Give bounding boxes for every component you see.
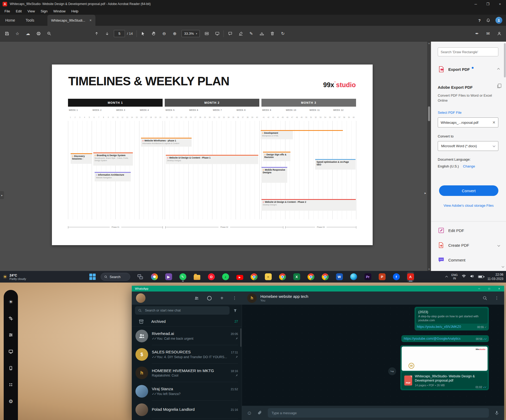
taskbar-app-sticky-notes[interactable]: ≡ (265, 272, 272, 282)
menu-view[interactable]: View (25, 8, 38, 15)
maximize-button[interactable]: ❐ (482, 0, 494, 8)
status-icon[interactable] (206, 295, 212, 301)
close-button[interactable]: × (494, 0, 506, 8)
convert-button[interactable]: Convert (439, 185, 498, 196)
chat-list-item[interactable]: hHOMEBEE HIVEMAKER tm MKTG18:16Rajalaksh… (132, 364, 242, 382)
menu-edit[interactable]: Edit (13, 8, 25, 15)
taskbar-app-excel[interactable]: X (293, 272, 300, 282)
help-icon[interactable]: ? (478, 18, 481, 23)
taskbar-app-opera[interactable]: O (208, 272, 215, 282)
fill-sign-icon[interactable]: ✒ (474, 31, 480, 37)
panel-scrollbar[interactable] (504, 42, 506, 271)
document-scrollbar[interactable]: ▲ ▼ (427, 42, 431, 271)
zoom-dropdown-icon[interactable]: ▾ (196, 32, 197, 35)
taskbar-app-whatsapp[interactable] (179, 272, 186, 282)
new-chat-icon[interactable]: + (219, 295, 225, 301)
zoom-out-icon[interactable]: ⊖ (162, 31, 167, 37)
conversation-header[interactable]: h Homebee website app tech You ⋮ (242, 291, 504, 305)
phone-icon[interactable] (8, 365, 14, 371)
fit-width-icon[interactable] (204, 31, 209, 37)
profile-avatar[interactable] (136, 293, 145, 303)
message-pdf-attachment[interactable]: 99xstudio W PDF Whitecaps_99xStudio- Web… (400, 345, 489, 390)
select-pdf-file-label[interactable]: Select PDF File (438, 111, 461, 115)
message-link[interactable]: https://youtu.be/u_x5IVJMKZ0 (417, 325, 461, 329)
wifi-icon[interactable] (462, 274, 466, 279)
left-panel-toggle[interactable]: ▸ (0, 191, 4, 199)
start-button[interactable] (89, 273, 96, 280)
select-icon[interactable] (140, 31, 146, 37)
taskbar-app-acrobat[interactable]: A (407, 272, 414, 282)
wa-minimize-button[interactable]: ─ (474, 286, 484, 291)
hand-icon[interactable] (151, 31, 156, 37)
panel-scrollbar-thumb[interactable] (504, 43, 506, 77)
star-icon[interactable]: ☆ (15, 31, 20, 37)
taskbar-app-word[interactable]: W (336, 272, 343, 282)
taskbar-app-movies-tv[interactable]: ▶ (165, 272, 172, 282)
battery-icon[interactable] (478, 275, 484, 278)
conversation-search-icon[interactable] (483, 296, 487, 300)
create-pdf-chevron-icon[interactable] (498, 244, 500, 246)
archived-chats-row[interactable]: Archived 27 (132, 316, 242, 327)
scroll-up-icon[interactable]: ▲ (427, 42, 431, 45)
adjustments-icon[interactable] (8, 332, 14, 338)
monitor-icon[interactable] (8, 349, 14, 354)
taskbar-app-chrome-2[interactable] (279, 272, 286, 282)
taskbar-app-chrome-4[interactable] (322, 272, 329, 282)
menu-file[interactable]: File (2, 8, 13, 15)
cloud-upload-icon[interactable]: ☁ (25, 31, 31, 37)
mail-icon[interactable]: ✉ (485, 31, 491, 37)
pdf-file-row[interactable]: PDF Whitecaps_99xStudio- Website Design … (402, 372, 488, 389)
weather-widget[interactable]: ☀ 24°C Partly cloudy (3, 271, 26, 283)
message-input[interactable]: Type a message (268, 408, 489, 418)
search-icon[interactable] (46, 31, 52, 37)
scrollbar-thumb[interactable] (428, 106, 430, 121)
taskbar-app-facebook[interactable]: f (393, 272, 400, 282)
chat-list-item[interactable]: $SALES RESOURCES17:11✓✓ You: 4. DIY Setu… (132, 345, 242, 364)
tab-document[interactable]: Whitecaps_99xStudi... × (47, 15, 95, 26)
crop-icon[interactable] (8, 315, 14, 321)
trash-icon[interactable] (270, 31, 275, 37)
highlight-icon[interactable] (238, 31, 243, 37)
tray-expand-icon[interactable] (445, 276, 448, 279)
whatsapp-search-input[interactable]: Search or start new chat (135, 306, 230, 315)
chat-list-item[interactable]: Viraj Stanza21:52✓✓ You left Stanza? (132, 382, 242, 401)
notification-bell-icon[interactable] (485, 17, 491, 23)
message-link-text[interactable]: https://youtube.com/@GoogleAnalytics (404, 337, 461, 340)
taskbar-app-photos[interactable] (151, 272, 158, 282)
wa-close-button[interactable]: × (494, 286, 504, 291)
taskbar-app-youtube[interactable]: ▶ (236, 272, 243, 282)
message-link-with-preview[interactable]: (2023) A step-by-step guide on how to ge… (415, 307, 489, 330)
chat-list-item[interactable]: Riverhead.ai20:05✓✓ You: Call me back ur… (132, 327, 242, 345)
taskbar-app-edge[interactable] (350, 272, 357, 282)
account-icon[interactable] (497, 31, 502, 37)
taskbar-app-file-explorer[interactable] (193, 272, 201, 282)
taskbar-app-chrome-3[interactable] (307, 272, 314, 282)
taskbar-clock[interactable]: 22:06 11-03-2023 (488, 273, 504, 281)
taskbar-search[interactable]: Search (101, 273, 130, 281)
presentation-icon[interactable] (215, 31, 220, 37)
comment-icon[interactable] (227, 31, 233, 37)
chat-list-item[interactable]: Polad Mogrelia Landlord21:16 (132, 401, 242, 419)
taskbar-app-chrome[interactable] (250, 272, 257, 282)
collapse-chevron-icon[interactable] (497, 68, 500, 71)
filter-icon[interactable] (232, 307, 239, 314)
language-indicator[interactable]: ENG IN (451, 273, 458, 280)
format-dropdown[interactable]: Microsoft Word (*.docx) (438, 141, 498, 151)
sidebar-menu-icon[interactable]: ⋮ (232, 295, 237, 301)
export-pdf-section-header[interactable]: Export PDF (438, 64, 499, 74)
edit-pdf-row[interactable]: Edit PDF (431, 224, 506, 236)
stamp-icon[interactable] (259, 31, 264, 37)
sidebar-scrollbar[interactable] (240, 328, 241, 347)
print-icon[interactable] (36, 31, 41, 37)
draw-icon[interactable]: ✎ (249, 31, 254, 37)
menu-window[interactable]: Window (50, 8, 68, 15)
cloud-storage-link[interactable]: View Adobe's cloud storage Files (442, 203, 495, 208)
taskbar-app-task-view[interactable] (137, 272, 144, 282)
menu-sign[interactable]: Sign (38, 8, 50, 15)
selected-file-box[interactable]: Whitecaps_...roposal.pdf ✕ (438, 117, 498, 127)
settings-icon[interactable]: ⚙ (8, 398, 14, 404)
panel-search-input[interactable] (438, 47, 498, 56)
menu-help[interactable]: Help (69, 8, 81, 15)
message-link[interactable]: https://youtube.com/@GoogleAnalytics 00:… (401, 335, 489, 342)
taskbar-app-premiere[interactable]: Pr (364, 272, 371, 282)
